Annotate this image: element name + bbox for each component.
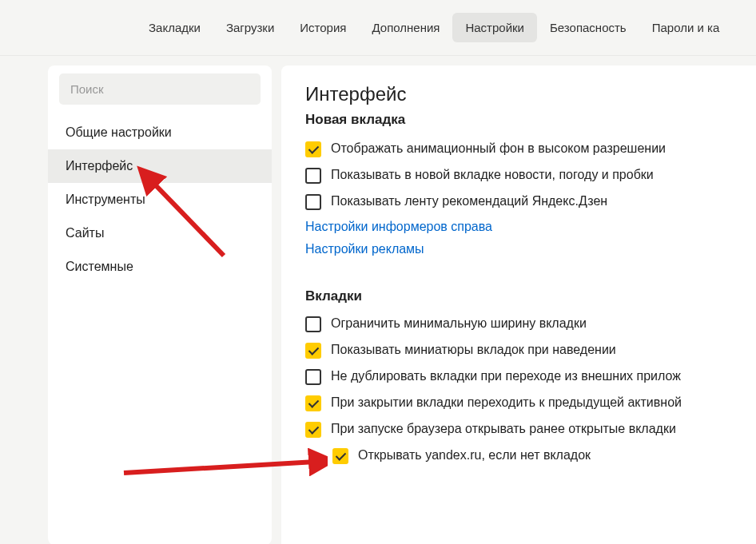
section-tabs-title: Вкладки xyxy=(305,288,756,304)
search-input[interactable] xyxy=(59,73,261,105)
checkbox-prev-active-tab[interactable] xyxy=(305,395,321,411)
checkbox-label: Отображать анимационный фон в высоком ра… xyxy=(331,141,666,157)
checkbox-label: При закрытии вкладки переходить к предыд… xyxy=(331,395,682,411)
checkbox-min-tab-width[interactable] xyxy=(305,316,321,332)
checkbox-label: Показывать в новой вкладке новости, пого… xyxy=(331,167,654,184)
checkbox-restore-tabs[interactable] xyxy=(305,422,321,438)
sidebar-item-general[interactable]: Общие настройки xyxy=(48,116,272,149)
nav-security[interactable]: Безопасность xyxy=(537,13,639,42)
checkbox-high-res-bg[interactable] xyxy=(305,141,321,157)
nav-addons[interactable]: Дополнения xyxy=(359,13,452,42)
sidebar-item-system[interactable]: Системные xyxy=(48,250,272,284)
nav-passwords[interactable]: Пароли и ка xyxy=(639,13,733,42)
nav-bookmarks[interactable]: Закладки xyxy=(136,13,213,42)
checkbox-tab-previews[interactable] xyxy=(305,343,321,359)
nav-history[interactable]: История xyxy=(287,13,359,42)
nav-downloads[interactable]: Загрузки xyxy=(213,13,287,42)
checkbox-label: Показывать миниатюры вкладок при наведен… xyxy=(331,342,616,359)
main-panel: Интерфейс Новая вкладка Отображать анима… xyxy=(281,66,756,544)
checkbox-label: При запуске браузера открывать ранее отк… xyxy=(331,421,676,438)
checkbox-open-yandex[interactable] xyxy=(332,448,348,464)
link-informer-settings[interactable]: Настройки информеров справа xyxy=(305,220,492,233)
checkbox-label: Ограничить минимальную ширину вкладки xyxy=(331,316,587,332)
checkbox-show-zen[interactable] xyxy=(305,194,321,210)
page-title: Интерфейс xyxy=(305,83,756,105)
top-nav: Закладки Загрузки История Дополнения Нас… xyxy=(0,0,756,56)
checkbox-label: Открывать yandex.ru, если нет вкладок xyxy=(358,447,591,464)
link-ad-settings[interactable]: Настройки рекламы xyxy=(305,242,424,256)
sidebar-item-sites[interactable]: Сайты xyxy=(48,216,272,250)
checkbox-label: Не дублировать вкладки при переходе из в… xyxy=(331,368,681,385)
section-new-tab-title: Новая вкладка xyxy=(305,112,756,128)
sidebar-item-interface[interactable]: Интерфейс xyxy=(48,149,272,183)
sidebar: Общие настройки Интерфейс Инструменты Са… xyxy=(48,66,272,544)
checkbox-no-dup-tabs[interactable] xyxy=(305,369,321,385)
checkbox-show-news-weather[interactable] xyxy=(305,168,321,184)
sidebar-item-tools[interactable]: Инструменты xyxy=(48,183,272,216)
checkbox-label: Показывать ленту рекомендаций Яндекс.Дзе… xyxy=(331,193,607,210)
nav-settings[interactable]: Настройки xyxy=(452,13,537,42)
